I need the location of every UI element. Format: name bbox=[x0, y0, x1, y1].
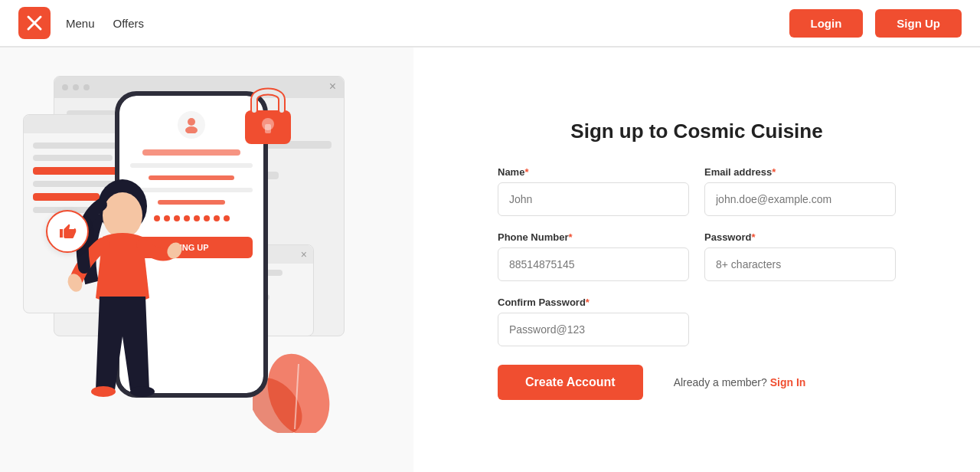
woman-figure bbox=[61, 160, 184, 451]
svg-point-15 bbox=[130, 386, 155, 397]
already-member-text: Already a member? Sign In bbox=[674, 376, 806, 388]
name-label: Name* bbox=[498, 166, 689, 178]
confirm-input[interactable] bbox=[498, 313, 689, 346]
form-container: Sign up to Cosmic Cuisine Name* Email ad… bbox=[498, 104, 896, 415]
form-row-1: Name* Email address* bbox=[498, 166, 896, 216]
password-label: Password* bbox=[704, 231, 896, 243]
svg-point-5 bbox=[188, 118, 195, 126]
phone-dot bbox=[214, 215, 220, 221]
form-group-password: Password* bbox=[704, 231, 896, 281]
phone-dot bbox=[204, 215, 210, 221]
illustration-wrapper: SING UP bbox=[23, 68, 390, 451]
phone-label: Phone Number* bbox=[498, 231, 689, 243]
password-input[interactable] bbox=[704, 247, 896, 281]
email-label: Email address* bbox=[704, 166, 896, 178]
navbar: Menu Offers Login Sign Up bbox=[0, 0, 980, 48]
confirm-label: Confirm Password* bbox=[498, 297, 689, 308]
phone-dot bbox=[224, 215, 230, 221]
phone-dot bbox=[194, 215, 200, 221]
form-title: Sign up to Cosmic Cuisine bbox=[498, 120, 896, 143]
lock-icon bbox=[237, 80, 299, 152]
nav-actions: Login Sign Up bbox=[789, 9, 962, 38]
email-input[interactable] bbox=[704, 182, 896, 216]
svg-point-11 bbox=[103, 192, 142, 238]
phone-line bbox=[142, 149, 240, 156]
create-account-button[interactable]: Create Account bbox=[498, 365, 643, 400]
window-dot bbox=[62, 84, 68, 90]
form-group-confirm: Confirm Password* bbox=[498, 297, 689, 346]
form-group-name: Name* bbox=[498, 166, 689, 216]
form-row-3: Confirm Password* bbox=[498, 297, 896, 346]
sign-in-link[interactable]: Sign In bbox=[770, 376, 806, 388]
form-panel: Sign up to Cosmic Cuisine Name* Email ad… bbox=[413, 48, 980, 472]
svg-point-14 bbox=[91, 386, 116, 397]
phone-input[interactable] bbox=[498, 247, 689, 281]
form-group-phone: Phone Number* bbox=[498, 231, 689, 281]
form-group-email: Email address* bbox=[704, 166, 896, 216]
window-dot bbox=[83, 84, 90, 90]
nav-offers[interactable]: Offers bbox=[113, 17, 145, 30]
illustration-panel: SING UP bbox=[0, 48, 413, 472]
form-row-2: Phone Number* Password* bbox=[498, 231, 896, 281]
form-actions: Create Account Already a member? Sign In bbox=[498, 365, 896, 400]
window-dot bbox=[73, 84, 79, 90]
svg-rect-4 bbox=[265, 124, 271, 133]
signup-button[interactable]: Sign Up bbox=[875, 9, 962, 38]
logo[interactable] bbox=[18, 7, 51, 39]
main-content: SING UP bbox=[0, 48, 980, 472]
name-input[interactable] bbox=[498, 182, 689, 216]
like-bubble bbox=[46, 210, 89, 253]
phone-dot bbox=[184, 215, 190, 221]
phone-avatar-icon bbox=[178, 111, 205, 139]
login-button[interactable]: Login bbox=[789, 9, 864, 38]
svg-point-6 bbox=[185, 126, 198, 133]
nav-menu[interactable]: Menu bbox=[66, 17, 95, 30]
nav-links: Menu Offers bbox=[66, 17, 789, 30]
